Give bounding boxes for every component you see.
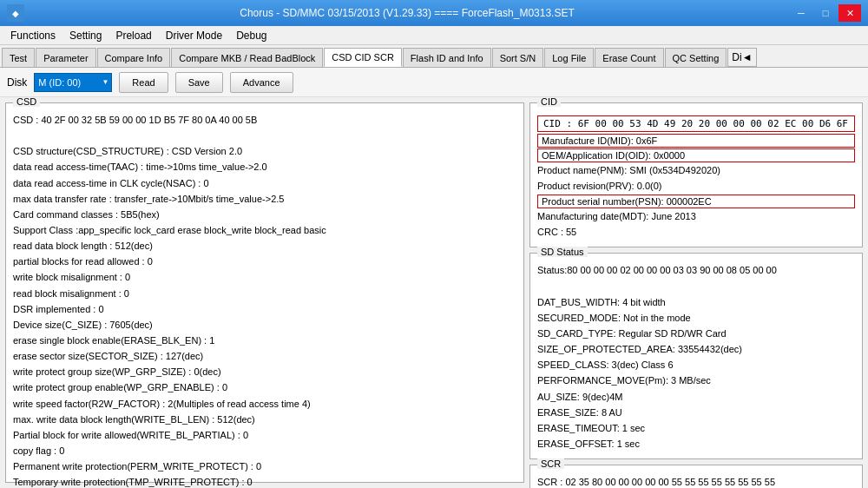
app-icon: ◆ [7,4,24,22]
tab-qc-setting[interactable]: QC Setting [665,48,727,67]
tab-log-file[interactable]: Log File [544,48,594,67]
close-button[interactable]: ✕ [838,4,861,22]
left-panel: CSD CSD : 40 2F 00 32 5B 59 00 00 1D B5 … [0,97,529,488]
disk-select[interactable]: M (ID: 00) [34,73,112,92]
menu-functions[interactable]: Functions [3,28,62,43]
minimize-button[interactable]: ─ [790,4,812,22]
csd-group: CSD CSD : 40 2F 00 32 5B 59 00 00 1D B5 … [5,102,524,483]
save-button[interactable]: Save [175,72,223,93]
cid-product-name: Product name(PNM): SMI (0x534D492020) [537,163,855,179]
cid-hex-value: CID : 6F 00 00 53 4D 49 20 20 00 00 00 0… [537,115,855,132]
tab-sort-sn[interactable]: Sort S/N [492,48,544,67]
toolbar: Disk M (ID: 00) Read Save Advance [0,68,868,97]
csd-content: CSD : 40 2F 00 32 5B 59 00 00 1D B5 7F 8… [13,107,516,488]
sd-status-group: SD Status Status:80 00 00 00 02 00 00 00… [529,253,863,459]
cid-crc: CRC : 55 [537,225,855,241]
cid-title: CID [537,97,561,107]
disk-selector-wrapper[interactable]: M (ID: 00) [34,73,112,92]
sd-status-title: SD Status [537,247,588,257]
disk-label: Disk [7,76,27,89]
tab-flash-id[interactable]: Flash ID and Info [403,48,491,67]
csd-title: CSD [13,97,40,107]
cid-group: CID CID : 6F 00 00 53 4D 49 20 20 00 00 … [529,102,863,247]
scr-content: SCR : 02 35 80 00 00 00 00 00 55 55 55 5… [537,469,855,488]
menubar: Functions Setting Preload Driver Mode De… [0,26,868,45]
tab-test[interactable]: Test [2,48,35,67]
tab-scroll-right[interactable]: Di◄ [727,48,756,67]
right-panel: CID CID : 6F 00 00 53 4D 49 20 20 00 00 … [529,97,868,488]
titlebar: ◆ Chorus - SD/MMC 03/15/2013 (V1.29.33) … [0,0,868,26]
tab-compare-info[interactable]: Compare Info [97,48,171,67]
scr-group: SCR SCR : 02 35 80 00 00 00 00 00 55 55 … [529,465,863,488]
main-content: CSD CSD : 40 2F 00 32 5B 59 00 00 1D B5 … [0,97,868,488]
advance-button[interactable]: Advance [230,72,293,93]
cid-product-revision: Product revision(PRV): 0.0(0) [537,179,855,195]
menu-preload[interactable]: Preload [108,28,158,43]
restore-button[interactable]: □ [814,4,837,22]
scr-title: SCR [537,458,564,469]
tab-csd-cid-scr[interactable]: CSD CID SCR [324,48,402,67]
cid-oem-id: OEM/Application ID(OID): 0x0000 [537,148,855,162]
tab-compare-mkb[interactable]: Compare MKB / Read BadBlock [171,48,323,67]
window-title: Chorus - SD/MMC 03/15/2013 (V1.29.33) ==… [24,7,790,19]
menu-setting[interactable]: Setting [62,28,108,43]
menu-debug[interactable]: Debug [229,28,273,43]
sd-status-content: Status:80 00 00 00 02 00 00 00 03 03 90 … [537,257,855,452]
tab-erase-count[interactable]: Erase Count [595,48,663,67]
window-controls: ─ □ ✕ [790,4,861,22]
tabbar: Test Parameter Compare Info Compare MKB … [0,45,868,68]
tab-parameter[interactable]: Parameter [36,48,95,67]
menu-driver-mode[interactable]: Driver Mode [159,28,229,43]
cid-manufacture-id: Manufacture ID(MID): 0x6F [537,134,855,148]
read-button[interactable]: Read [119,72,168,93]
cid-product-serial: Product serial number(PSN): 000002EC [537,195,855,208]
cid-manufacture-date: Manufacturing date(MDT): June 2013 [537,209,855,225]
